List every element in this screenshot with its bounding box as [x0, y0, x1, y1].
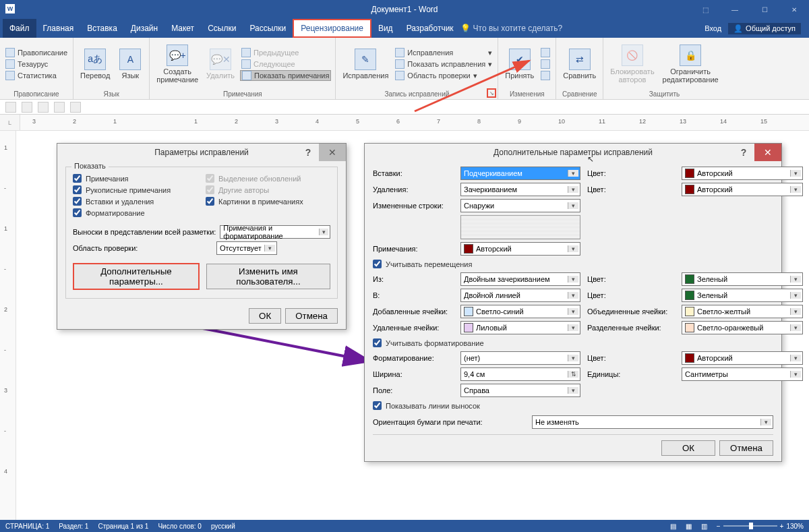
zoom-value[interactable]: 130%	[786, 523, 804, 530]
minimize-icon[interactable]: ―	[720, 0, 750, 19]
chk-ink[interactable]: Рукописные примечания	[73, 184, 198, 196]
combo-display-for-review[interactable]: Исправления▾	[394, 47, 493, 58]
chk-show-balloon-lines[interactable]: Показывать линии выносок	[373, 400, 773, 411]
btn-next-comment[interactable]: Следующее	[240, 59, 331, 69]
combo-deletions-color[interactable]: Авторский▾	[682, 183, 803, 196]
btn-statistics[interactable]: Статистика	[4, 70, 69, 81]
btn-show-markup[interactable]: Показать исправления▾	[394, 59, 493, 69]
sign-in[interactable]: Вход	[705, 24, 721, 32]
dlg1-help-icon[interactable]: ?	[300, 144, 316, 161]
zoom-out-icon[interactable]: −	[717, 523, 721, 530]
tell-me[interactable]: 💡Что вы хотите сделать?	[460, 19, 563, 38]
status-language[interactable]: русский	[211, 523, 235, 530]
qat-open-icon[interactable]	[22, 102, 32, 113]
dlg1-cancel[interactable]: Отмена	[285, 308, 338, 324]
dlg2-close-icon[interactable]: ✕	[754, 144, 781, 161]
combo-units[interactable]: Сантиметры▾	[682, 367, 803, 381]
combo-moved-to[interactable]: Двойной линией▾	[460, 289, 580, 302]
combo-insertions-color[interactable]: Авторский▾	[682, 167, 803, 180]
dlg1-titlebar[interactable]: Параметры исправлений ? ✕	[57, 144, 346, 161]
btn-prev-comment[interactable]: Предыдущее	[240, 47, 331, 58]
chk-pictures[interactable]: Картинки в примечаниях	[206, 196, 330, 207]
view-web-icon[interactable]: ▥	[701, 523, 707, 530]
horizontal-ruler[interactable]: 321 1234 5678 9101112 131415	[20, 115, 809, 130]
btn-language[interactable]: AЯзык	[115, 39, 145, 89]
btn-restrict-editing[interactable]: 🔒Ограничить редактирование	[660, 39, 721, 89]
chk-insdel[interactable]: Вставки и удаления	[73, 196, 198, 207]
combo-insertions[interactable]: Подчеркиванием▾	[460, 167, 580, 180]
dlg2-help-icon[interactable]: ?	[736, 144, 752, 161]
combo-merged-cells[interactable]: Светло-желтый▾	[682, 305, 803, 318]
combo-margin[interactable]: Справа▾	[460, 384, 580, 397]
view-print-icon[interactable]: ▦	[686, 523, 692, 530]
combo-formatting[interactable]: (нет)▾	[460, 351, 580, 365]
btn-block-authors[interactable]: 🚫Блокировать авторов	[607, 39, 657, 89]
btn-compare[interactable]: ⇄Сравнить	[560, 39, 599, 89]
tab-home[interactable]: Главная	[36, 19, 81, 38]
dlg1-ok[interactable]: ОК	[249, 308, 281, 324]
combo-formatting-color[interactable]: Авторский▾	[682, 351, 803, 365]
tab-review[interactable]: Рецензирование	[293, 19, 371, 38]
zoom-control[interactable]: − + 130%	[717, 523, 804, 530]
chk-track-formatting[interactable]: Учитывать форматирование	[373, 337, 773, 349]
btn-next-change[interactable]	[539, 70, 551, 81]
qat-save-icon[interactable]	[38, 102, 49, 113]
zoom-slider[interactable]	[723, 525, 777, 527]
combo-comments-color[interactable]: Авторский▾	[460, 242, 580, 256]
dlg2-cancel[interactable]: Отмена	[719, 440, 773, 456]
combo-paper-orientation[interactable]: Не изменять▾	[532, 415, 773, 429]
btn-track-changes[interactable]: ✎Исправления	[340, 39, 391, 89]
view-read-icon[interactable]: ▤	[670, 523, 676, 530]
btn-spelling[interactable]: Правописание	[4, 47, 69, 58]
dlg2-ok[interactable]: ОК	[661, 440, 715, 456]
tab-developer[interactable]: Разработчик	[400, 19, 460, 38]
chk-formatting[interactable]: Форматирование	[73, 207, 198, 218]
btn-reviewing-pane[interactable]: Область проверки▾	[394, 70, 493, 81]
tab-mailings[interactable]: Рассылки	[243, 19, 293, 38]
combo-moved-to-color[interactable]: Зеленый▾	[682, 289, 803, 302]
status-page[interactable]: СТРАНИЦА: 1	[5, 523, 49, 530]
input-width[interactable]: 9,4 см⇅	[460, 367, 580, 381]
tab-view[interactable]: Вид	[371, 19, 400, 38]
dlg1-close-icon[interactable]: ✕	[319, 144, 346, 161]
btn-thesaurus[interactable]: Тезаурус	[4, 59, 69, 69]
ribbon-opts-icon[interactable]: ⬚	[690, 0, 720, 19]
combo-deletions[interactable]: Зачеркиванием▾	[460, 183, 580, 196]
dlg2-titlebar[interactable]: Дополнительные параметры исправлений ↖ ?…	[365, 144, 781, 161]
btn-accept[interactable]: ✔Принять	[502, 39, 537, 89]
combo-changed-lines[interactable]: Снаружи▾	[460, 199, 580, 212]
zoom-in-icon[interactable]: +	[780, 523, 784, 530]
tab-layout[interactable]: Макет	[164, 19, 201, 38]
combo-pane[interactable]: Отсутствует▾	[216, 241, 277, 255]
qat-new-icon[interactable]	[5, 102, 16, 113]
share-button[interactable]: 👤Общий доступ	[728, 23, 801, 34]
chk-comments[interactable]: Примечания	[73, 173, 198, 184]
chk-track-moves[interactable]: Учитывать перемещения	[373, 258, 773, 270]
tab-file[interactable]: Файл	[3, 19, 36, 38]
btn-translate[interactable]: aあПеревод	[78, 39, 113, 89]
qat-redo-icon[interactable]	[70, 102, 81, 113]
btn-delete-comment[interactable]: 💬✕Удалить	[204, 39, 237, 89]
close-icon[interactable]: ✕	[779, 0, 809, 19]
btn-new-comment[interactable]: 💬+Создать примечание	[154, 39, 201, 89]
tracking-dialog-launcher[interactable]: ↘	[487, 88, 496, 98]
btn-prev-change[interactable]	[539, 59, 551, 69]
btn-show-comments[interactable]: Показать примечания	[240, 70, 331, 81]
qat-undo-icon[interactable]	[54, 102, 65, 113]
combo-moved-from-color[interactable]: Зеленый▾	[682, 272, 803, 286]
vertical-ruler[interactable]: 1-1 -2- 3-4	[0, 131, 16, 520]
status-pages[interactable]: Страница 1 из 1	[98, 523, 148, 530]
btn-change-username[interactable]: Изменить имя пользователя...	[206, 264, 330, 289]
tab-references[interactable]: Ссылки	[201, 19, 243, 38]
btn-advanced-options[interactable]: Дополнительные параметры...	[73, 263, 200, 290]
tab-insert[interactable]: Вставка	[80, 19, 124, 38]
status-words[interactable]: Число слов: 0	[158, 523, 201, 530]
combo-balloons[interactable]: Примечания и форматирование▾	[220, 225, 330, 239]
combo-inserted-cells[interactable]: Светло-синий▾	[460, 305, 580, 318]
btn-reject[interactable]	[539, 47, 551, 58]
combo-moved-from[interactable]: Двойным зачеркиванием▾	[460, 272, 580, 286]
tab-design[interactable]: Дизайн	[124, 19, 164, 38]
maximize-icon[interactable]: ☐	[750, 0, 779, 19]
status-section[interactable]: Раздел: 1	[59, 523, 88, 530]
combo-deleted-cells[interactable]: Лиловый▾	[460, 321, 580, 334]
